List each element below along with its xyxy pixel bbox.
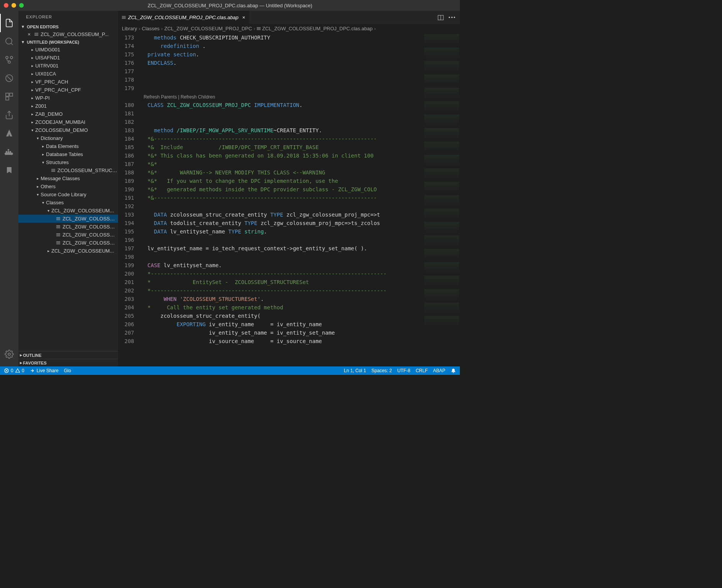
chevron-down-icon: ▾: [40, 160, 46, 164]
favorites-section[interactable]: ▸ FAVORITES: [18, 359, 118, 366]
editor-tab[interactable]: ZCL_ZGW_COLOSSEUM_PROJ_DPC.clas.abap ×: [118, 11, 249, 24]
tree-item[interactable]: ▸VF_PRC_ACH_CPF: [18, 86, 118, 94]
tree-item-label: ZCL_ZGW_COLOSSEUM...: [51, 248, 114, 254]
open-editor-item[interactable]: × ZCL_ZGW_COLOSSEUM_P...: [18, 30, 118, 38]
tree-item[interactable]: ▾ZCL_ZGW_COLOSSEUM...: [18, 207, 118, 215]
more-actions-icon[interactable]: •••: [448, 15, 456, 20]
tree-item[interactable]: ▾Source Code Library: [18, 191, 118, 199]
sidebar: EXPLORER ▾ OPEN EDITORS × ZCL_ZGW_COLOSS…: [18, 11, 118, 366]
tree-item[interactable]: ZCL_ZGW_COLOSSEU...: [18, 215, 118, 223]
chevron-down-icon: ▾: [29, 128, 35, 132]
tree-item[interactable]: ▸UITRV001: [18, 62, 118, 70]
tree-item[interactable]: ZCL_ZGW_COLOSSEU...: [18, 239, 118, 247]
tree-item[interactable]: ▸VF_PRC_ACH: [18, 78, 118, 86]
chevron-right-icon: ▸: [40, 152, 46, 156]
tree-item[interactable]: ▸UIX01CA: [18, 70, 118, 78]
tree-item[interactable]: ▸Data Elements: [18, 142, 118, 150]
tree-item[interactable]: ZCOLOSSEUM_STRUCT...: [18, 166, 118, 174]
editor-area: ZCL_ZGW_COLOSSEUM_PROJ_DPC.clas.abap × •…: [118, 11, 460, 366]
explorer-activity[interactable]: [0, 14, 18, 32]
status-liveshare[interactable]: Live Share: [30, 368, 58, 373]
tree-item[interactable]: ▾Dictionary: [18, 134, 118, 142]
chevron-right-icon: ▸: [29, 96, 35, 100]
tree-item[interactable]: ▾Structures: [18, 158, 118, 166]
workspace-section[interactable]: ▾ UNTITLED (WORKSPACE): [18, 38, 118, 46]
breadcrumb-item[interactable]: ZCL_ZGW_COLOSSEUM_PROJ_DPC.clas.abap: [262, 26, 372, 31]
tree-item-label: ZCL_ZGW_COLOSSEU...: [62, 224, 118, 230]
source-control-activity[interactable]: [0, 51, 18, 69]
breadcrumb-item[interactable]: Library: [122, 26, 137, 31]
status-eol[interactable]: CRLF: [416, 368, 428, 373]
settings-activity[interactable]: [0, 345, 18, 363]
activity-bar: [0, 11, 18, 366]
azure-activity[interactable]: [0, 124, 18, 143]
code-editor[interactable]: 1731741751761771781791801811821831841851…: [118, 33, 423, 366]
chevron-down-icon: ▾: [45, 209, 51, 213]
chevron-down-icon: ▾: [34, 136, 41, 140]
tree-item[interactable]: ▸ZAB_DEMO: [18, 110, 118, 118]
tab-bar: ZCL_ZGW_COLOSSEUM_PROJ_DPC.clas.abap × •…: [118, 11, 460, 24]
svg-point-3: [10, 56, 13, 59]
tree-item[interactable]: ▸UIMDG001: [18, 46, 118, 54]
status-encoding[interactable]: UTF-8: [397, 368, 410, 373]
tree-item-label: ZCODEJAM_MUMBAI: [35, 119, 85, 125]
code-content[interactable]: methods CHECK_SUBSCRIPTION_AUTHORITY red…: [141, 33, 423, 366]
svg-point-0: [6, 38, 12, 44]
breadcrumb-item[interactable]: Classes: [142, 26, 159, 31]
file-icon: [56, 217, 60, 220]
tree-item[interactable]: ▸ZCL_ZGW_COLOSSEUM...: [18, 247, 118, 255]
svg-point-4: [8, 61, 10, 63]
tree-item[interactable]: ▸UISAFND1: [18, 54, 118, 62]
share-activity[interactable]: [0, 106, 18, 124]
close-window-button[interactable]: [4, 3, 8, 8]
chevron-down-icon: ▾: [20, 39, 26, 44]
minimize-window-button[interactable]: [11, 3, 16, 8]
tree-item[interactable]: ZCL_ZGW_COLOSSEU...: [18, 231, 118, 239]
tree-item-label: ZCL_ZGW_COLOSSEUM...: [51, 208, 114, 214]
svg-rect-8: [10, 93, 13, 96]
docker-activity[interactable]: [0, 143, 18, 161]
minimap[interactable]: [423, 33, 460, 366]
close-icon[interactable]: ×: [26, 31, 32, 37]
extensions-activity[interactable]: [0, 87, 18, 106]
tree-item[interactable]: ▸ZCODEJAM_MUMBAI: [18, 118, 118, 126]
file-icon: [56, 241, 60, 244]
status-errors[interactable]: 0 0: [4, 368, 24, 373]
chevron-right-icon: ▸: [29, 48, 35, 52]
bookmark-activity[interactable]: [0, 161, 18, 179]
maximize-window-button[interactable]: [19, 3, 24, 8]
status-indentation[interactable]: Spaces: 2: [371, 368, 392, 373]
chevron-right-icon: ▸: [20, 360, 22, 365]
tree-item-label: ZCOLOSSEUM_STRUCT...: [57, 168, 118, 173]
breadcrumb[interactable]: Library › Classes › ZCL_ZGW_COLOSSEUM_PR…: [118, 24, 460, 33]
search-activity[interactable]: [0, 32, 18, 51]
split-editor-icon[interactable]: [438, 15, 444, 21]
tree-item[interactable]: ▾ZCOLOSSEUM_DEMO: [18, 126, 118, 134]
tree-item-label: UISAFND1: [35, 55, 60, 61]
tree-item[interactable]: ▾Classes: [18, 199, 118, 207]
tree-item[interactable]: ZCL_ZGW_COLOSSEU...: [18, 223, 118, 231]
tree-item-label: ZCOLOSSEUM_DEMO: [35, 127, 88, 133]
debug-activity[interactable]: [0, 69, 18, 87]
tree-item[interactable]: ▸Database Tables: [18, 150, 118, 158]
tree-item[interactable]: ▸Z001: [18, 102, 118, 110]
status-notifications[interactable]: [451, 368, 456, 373]
tree-item[interactable]: ▸WP-PI: [18, 94, 118, 102]
favorites-label: FAVORITES: [23, 361, 47, 365]
breadcrumb-item[interactable]: ZCL_ZGW_COLOSSEUM_PROJ_DPC: [164, 26, 252, 31]
outline-section[interactable]: ▸ OUTLINE: [18, 351, 118, 359]
status-glo[interactable]: Glo: [64, 368, 71, 373]
tree-item[interactable]: ▸Others: [18, 182, 118, 191]
status-cursor-position[interactable]: Ln 1, Col 1: [344, 368, 366, 373]
tree-item-label: Classes: [46, 200, 64, 205]
file-tree[interactable]: ▸UIMDG001▸UISAFND1▸UITRV001▸UIX01CA▸VF_P…: [18, 46, 118, 351]
tree-item-label: Structures: [46, 159, 69, 165]
gear-icon: [5, 350, 14, 359]
close-tab-icon[interactable]: ×: [242, 15, 245, 20]
svg-rect-7: [6, 93, 9, 96]
status-language[interactable]: ABAP: [433, 368, 445, 373]
svg-rect-13: [10, 151, 11, 153]
open-editors-section[interactable]: ▾ OPEN EDITORS: [18, 23, 118, 30]
tree-item[interactable]: ▸Message Classes: [18, 174, 118, 182]
chevron-right-icon: ▸: [29, 120, 35, 124]
